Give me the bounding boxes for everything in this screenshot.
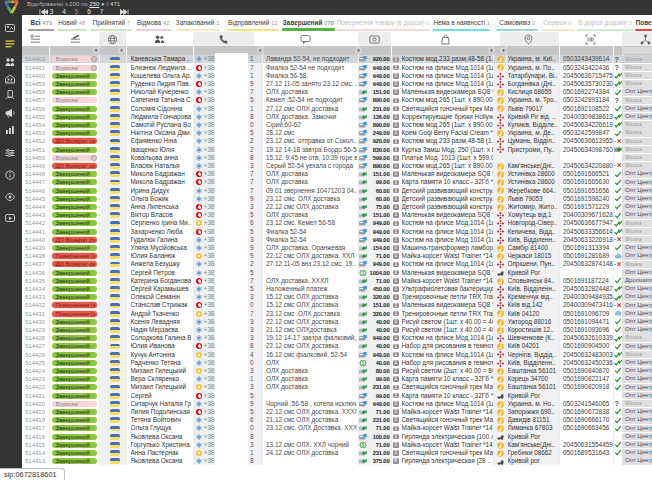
svg-text:$: $ — [362, 443, 365, 448]
svg-text:$: $ — [362, 270, 365, 275]
svg-text:$: $ — [362, 361, 365, 366]
